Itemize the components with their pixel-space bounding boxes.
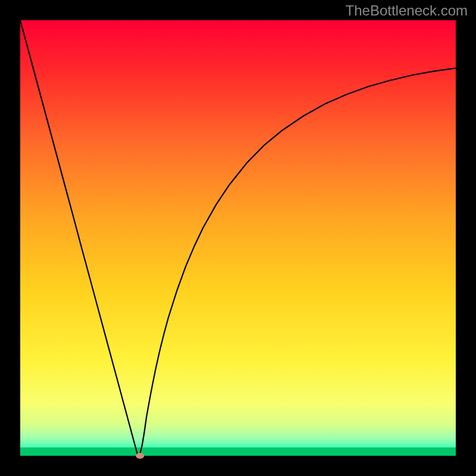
green-band	[20, 447, 456, 456]
chart-container: TheBottleneck.com	[0, 0, 476, 476]
bottleneck-chart	[0, 0, 476, 476]
optimal-marker	[136, 453, 144, 459]
attribution-text: TheBottleneck.com	[346, 2, 468, 19]
plot-background	[20, 20, 456, 456]
